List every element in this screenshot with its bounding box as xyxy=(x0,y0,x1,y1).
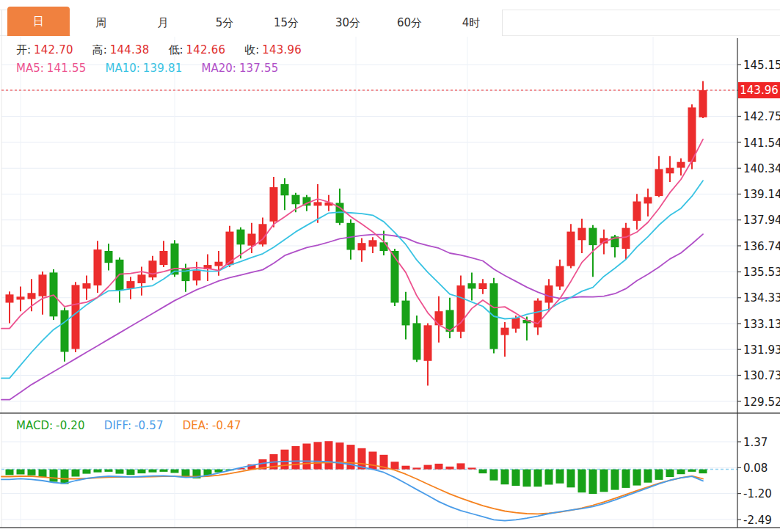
macd-histogram-bar xyxy=(402,466,410,470)
candle-body xyxy=(633,202,641,221)
macd-histogram-bar xyxy=(182,470,190,477)
macd-histogram-bar xyxy=(127,470,135,475)
macd-histogram-bar xyxy=(391,462,399,469)
macd-histogram-bar xyxy=(39,470,47,477)
ma5-value: MA5:141.55 xyxy=(16,62,87,75)
candle-body xyxy=(622,228,630,249)
macd-histogram-bar xyxy=(336,442,344,470)
candle-body xyxy=(72,285,80,349)
candle xyxy=(226,226,234,267)
macd-histogram-bar xyxy=(28,470,36,475)
candle-body xyxy=(402,301,410,326)
low-value: 低:142.66 xyxy=(169,43,226,57)
macd-histogram-bar xyxy=(292,446,300,470)
ma10-value: MA10:139.81 xyxy=(106,62,183,75)
diff-value: DIFF:-0.57 xyxy=(104,419,164,432)
candle-body xyxy=(512,318,520,329)
macd-histogram-bar xyxy=(6,470,14,475)
candle-body xyxy=(105,251,113,263)
candle-body xyxy=(94,249,102,285)
macd-histogram-bar xyxy=(17,470,25,475)
macd-histogram-bar xyxy=(622,470,630,488)
macd-histogram-bar xyxy=(116,470,124,474)
candle-body xyxy=(281,184,289,195)
current-price-badge: 143.96 xyxy=(738,82,780,98)
macd-histogram-bar xyxy=(666,470,674,477)
macd-histogram-bar xyxy=(600,470,608,492)
open-value: 开:142.70 xyxy=(16,43,73,57)
macd-histogram-bar xyxy=(281,450,289,470)
y-axis-label: -2.49 xyxy=(743,514,772,527)
y-axis-label: 141.54 xyxy=(743,136,780,150)
candle-body xyxy=(215,262,223,266)
macd-histogram-bar xyxy=(567,470,575,488)
macd-histogram-bar xyxy=(424,465,432,470)
candle-body xyxy=(149,260,157,277)
candle-body xyxy=(237,230,245,245)
candle-body xyxy=(578,228,586,241)
candle-body xyxy=(413,323,421,360)
ma-info-row: MA5:141.55MA10:139.81MA20:137.55 xyxy=(16,62,298,75)
macd-histogram-bar xyxy=(468,467,476,469)
candle-body xyxy=(171,244,179,275)
y-axis-label: 129.52 xyxy=(743,396,780,409)
candle-body xyxy=(501,328,509,335)
y-axis-label: -1.20 xyxy=(743,487,772,500)
candle-body xyxy=(688,107,696,161)
y-axis-label: 139.14 xyxy=(743,188,780,201)
macd-histogram-bar xyxy=(523,470,531,487)
macd-histogram-bar xyxy=(303,444,311,470)
macd-histogram-bar xyxy=(413,467,421,469)
macd-histogram-bar xyxy=(457,463,465,469)
macd-histogram-bar xyxy=(369,452,377,470)
macd-histogram-bar xyxy=(50,470,58,482)
macd-value: MACD:-0.20 xyxy=(16,419,85,432)
candle-body xyxy=(61,310,69,352)
macd-histogram-bar xyxy=(501,470,509,485)
macd-histogram-bar xyxy=(644,470,652,483)
macd-histogram-bar xyxy=(83,470,91,474)
candle-body xyxy=(468,283,476,288)
macd-histogram-bar xyxy=(699,470,707,474)
candle-body xyxy=(435,311,443,325)
candle-body xyxy=(270,187,278,222)
candle-body xyxy=(160,251,168,265)
macd-histogram-bar xyxy=(72,470,80,477)
candle-body xyxy=(556,266,564,287)
macd-histogram-bar xyxy=(61,470,69,484)
y-axis-label: 135.53 xyxy=(743,266,780,279)
ohlc-info-row: 开:142.70高:144.38低:142.66收:143.96 xyxy=(16,43,321,57)
candle-body xyxy=(479,283,487,289)
macd-histogram-bar xyxy=(633,470,641,486)
candle-body xyxy=(6,294,14,302)
high-value: 高:144.38 xyxy=(92,43,150,57)
macd-histogram-bar xyxy=(589,470,597,495)
macd-histogram-bar xyxy=(171,470,179,473)
macd-histogram-bar xyxy=(556,470,564,484)
candle-body xyxy=(248,234,256,246)
macd-histogram-bar xyxy=(105,470,113,472)
y-axis-label: 142.75 xyxy=(743,110,780,123)
candlestick-chart[interactable]: 145.15142.75141.54140.34139.14137.94136.… xyxy=(0,0,780,532)
candle-body xyxy=(127,281,135,288)
macd-histogram-bar xyxy=(490,470,498,481)
candle-body xyxy=(677,162,685,168)
y-axis-label: 130.73 xyxy=(743,369,780,382)
candle-body xyxy=(699,90,707,117)
main-chart-plot[interactable] xyxy=(1,37,737,413)
macd-histogram-bar xyxy=(611,470,619,490)
macd-histogram-bar xyxy=(314,442,322,469)
candle-body xyxy=(193,271,201,281)
macd-histogram-bar xyxy=(512,470,520,487)
macd-histogram-bar xyxy=(677,470,685,475)
macd-info-row: MACD:-0.20DIFF:-0.57DEA:-0.47 xyxy=(16,419,260,432)
macd-histogram-bar xyxy=(94,470,102,473)
candle-body xyxy=(358,243,366,250)
macd-histogram-bar xyxy=(435,464,443,470)
candle-body xyxy=(138,274,146,283)
y-axis-label: 136.74 xyxy=(743,240,780,253)
macd-histogram-bar xyxy=(479,470,487,474)
macd-histogram-bar xyxy=(578,470,586,493)
y-axis-label: 0.08 xyxy=(743,462,768,475)
candle-body xyxy=(39,274,47,296)
